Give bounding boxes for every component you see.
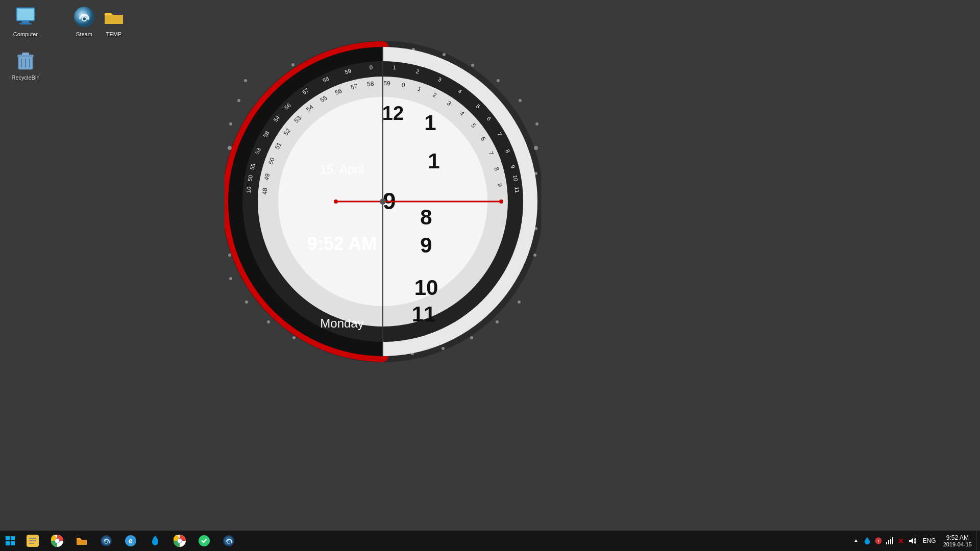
svg-text:9: 9 [420,233,432,257]
svg-point-12 [83,17,86,20]
svg-text:48: 48 [261,187,268,195]
start-button[interactable] [0,531,20,551]
svg-point-30 [442,347,445,350]
svg-rect-6 [22,53,29,55]
svg-marker-136 [854,539,857,542]
svg-point-46 [244,79,247,82]
taskbar-keepass-button[interactable] [192,531,216,551]
svg-rect-2 [22,21,29,23]
svg-point-21 [535,122,538,126]
taskbar-notes-button[interactable] [20,531,45,551]
computer-icon [13,5,38,29]
svg-point-105 [334,199,338,204]
svg-point-29 [470,336,473,339]
taskbar-edge-button[interactable]: e [118,531,143,551]
svg-point-28 [496,320,499,323]
temp-folder-icon [102,5,126,29]
svg-text:1: 1 [393,64,396,70]
svg-point-39 [228,254,231,257]
svg-text:58: 58 [366,80,374,88]
taskbar-system-tray: ! [848,531,980,551]
svg-text:11: 11 [412,302,436,326]
svg-point-38 [229,277,232,280]
taskbar-steam-button[interactable] [94,531,118,551]
svg-point-35 [292,336,296,339]
svg-text:9:52 AM: 9:52 AM [307,233,377,254]
svg-point-44 [229,122,232,126]
svg-text:11: 11 [513,186,520,193]
svg-rect-139 [888,540,889,544]
svg-text:0: 0 [369,64,373,70]
svg-point-125 [105,541,107,543]
taskbar-time: 9:52 AM [946,534,969,541]
temp-folder-icon-label: TEMP [106,31,122,37]
svg-rect-138 [886,542,887,544]
taskbar-chrome-button[interactable] [45,531,69,551]
svg-text:10: 10 [414,276,438,299]
clock-widget: 10 50 55 53 58 54 56 57 58 59 0 1 2 3 4 … [225,36,541,367]
svg-text:e: e [129,537,133,545]
svg-rect-140 [890,539,891,544]
svg-point-45 [237,99,240,102]
svg-point-135 [228,541,230,543]
computer-icon-label: Computer [13,31,38,37]
svg-text:10: 10 [512,174,519,182]
svg-text:59: 59 [383,80,390,87]
svg-point-20 [519,99,522,102]
taskbar-steam2-button[interactable] [216,531,241,551]
recyclebin-icon-label: RecycleBin [11,74,39,81]
notification-icons: ! [848,536,920,545]
desktop-icon-recyclebin[interactable]: RecycleBin [5,46,46,83]
svg-rect-3 [19,23,32,24]
svg-rect-1 [17,9,34,20]
svg-point-47 [291,63,295,66]
svg-point-22 [534,146,538,150]
svg-text:15. April: 15. April [320,162,364,176]
taskbar-pinned-icons: e [20,531,241,551]
taskbar-dropbox-button[interactable] [143,531,167,551]
dropbox-tray-icon[interactable] [863,536,872,545]
desktop-icon-computer[interactable]: Computer [5,3,46,39]
show-hidden-icons-button[interactable] [851,536,861,545]
steam-desktop-icon-label: Steam [76,31,92,37]
svg-text:1: 1 [428,149,439,173]
svg-point-27 [518,300,521,304]
svg-rect-141 [892,537,893,544]
antivirus-tray-icon[interactable]: ! [874,536,883,545]
taskbar-chrome2-button[interactable] [167,531,192,551]
svg-point-26 [533,254,536,257]
svg-point-18 [471,64,474,67]
svg-point-19 [497,79,500,82]
volume-tray-icon[interactable] [908,536,917,545]
svg-point-121 [55,539,59,543]
svg-point-17 [443,53,446,56]
svg-rect-111 [6,536,10,540]
svg-text:10: 10 [245,186,252,193]
desktop-icon-temp[interactable]: TEMP [93,3,134,39]
svg-rect-113 [6,541,10,545]
svg-rect-112 [11,536,15,540]
svg-point-130 [178,539,182,543]
svg-text:!: ! [877,539,879,543]
taskbar-explorer-button[interactable] [69,531,94,551]
language-indicator[interactable]: ENG [920,537,939,544]
show-desktop-button[interactable] [976,531,980,551]
steam-desktop-icon [72,5,96,29]
network-tray-icon[interactable] [885,536,894,545]
svg-text:1: 1 [424,111,436,135]
network-flag-icon[interactable] [896,536,905,545]
svg-point-106 [380,198,386,205]
desktop: Computer RecycleBin [0,0,980,531]
svg-text:50: 50 [247,174,254,182]
svg-text:12: 12 [382,103,404,124]
recyclebin-icon [13,48,38,72]
svg-rect-114 [11,541,15,545]
svg-point-104 [499,199,503,204]
svg-point-36 [267,320,270,323]
taskbar: e [0,531,980,551]
svg-text:8: 8 [420,205,432,229]
taskbar-clock[interactable]: 9:52 AM 2019-04-15 [939,531,976,551]
svg-point-37 [245,300,248,304]
svg-text:Monday: Monday [320,316,363,330]
svg-point-43 [228,146,232,150]
